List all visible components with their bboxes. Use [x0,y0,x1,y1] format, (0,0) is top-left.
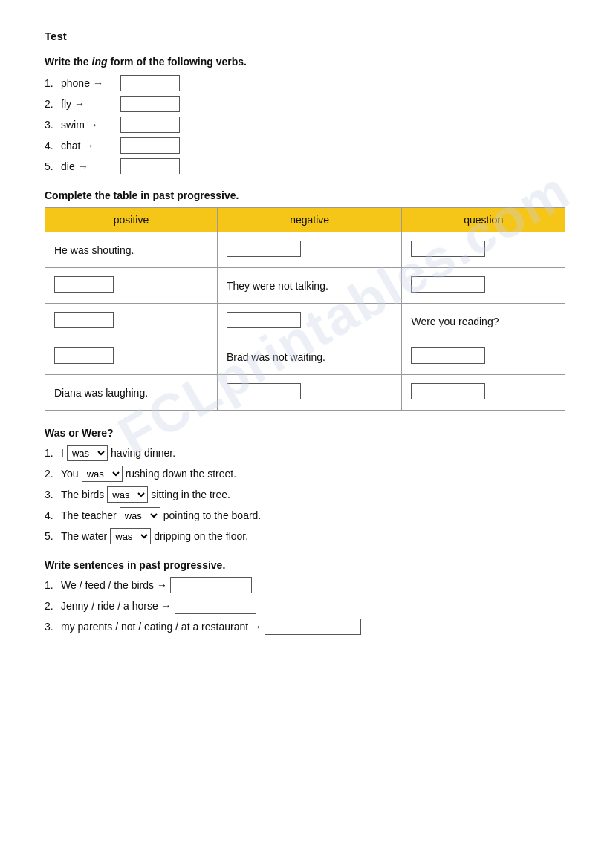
sentence-prompt: my parents / not / eating / at a restaur… [61,621,262,633]
item-num: 3. [45,119,61,131]
verb-label: chat → [61,140,120,151]
table-row: Diana was laughing. [45,375,565,411]
list-item: 5. The water was were dripping on the fl… [45,528,565,544]
sentence-prefix: I [61,447,64,459]
answer-input-1[interactable] [120,75,180,91]
cell-question [402,339,565,375]
table-row: Brad was not waiting. [45,339,565,375]
item-num: 5. [45,160,61,172]
section-past-progressive: Complete the table in past progressive. … [45,189,565,411]
cell-question [402,232,565,268]
table-input[interactable] [411,241,485,257]
table-input[interactable] [227,312,301,328]
list-item: 2. You was were rushing down the street. [45,466,565,482]
item-num: 1. [45,77,61,89]
list-item: 1. phone → [45,75,565,91]
sentence-prompt: We / feed / the birds → [61,579,167,591]
sentence-prompt: Jenny / ride / a horse → [61,600,172,612]
list-item: 1. We / feed / the birds → [45,577,565,593]
table-input[interactable] [411,383,485,399]
cell-negative: They were not talking. [217,268,402,304]
list-item: 1. I was were having dinner. [45,445,565,461]
sentence-suffix: pointing to the board. [163,509,262,521]
item-num: 4. [45,509,61,521]
sentence-suffix: sitting in the tree. [151,489,230,500]
section2-title: Complete the table in past progressive. [45,189,565,201]
was-were-dropdown-2[interactable]: was were [82,466,123,482]
item-num: 3. [45,621,61,633]
list-item: 3. The birds was were sitting in the tre… [45,486,565,503]
verb-label: die → [61,160,120,172]
header-negative: negative [217,208,402,232]
cell-negative [217,304,402,339]
item-num: 4. [45,140,61,151]
sentence-prefix: The water [61,530,107,542]
item-num: 3. [45,489,61,500]
table-input[interactable] [54,312,114,328]
item-num: 2. [45,468,61,480]
verb-label: swim → [61,119,120,131]
table-input[interactable] [54,347,114,364]
list-item: 3. my parents / not / eating / at a rest… [45,619,565,635]
section-write-sentences: Write sentences in past progressive. 1. … [45,559,565,635]
cell-negative [217,232,402,268]
sentence-suffix: rushing down the street. [126,468,236,480]
was-were-dropdown-1[interactable]: was were [67,445,108,461]
verb-label: fly → [61,98,120,110]
main-title: Test [45,30,565,42]
sentence-prefix: You [61,468,79,480]
sentence-prefix: The birds [61,489,104,500]
answer-input-4[interactable] [120,137,180,154]
sentence-answer-2[interactable] [175,598,256,614]
table-row: They were not talking. [45,268,565,304]
table-input[interactable] [227,241,301,257]
table-input[interactable] [411,347,485,364]
cell-positive [45,268,218,304]
ing-form-list: 1. phone → 2. fly → 3. swim → 4. chat → … [45,75,565,174]
answer-input-5[interactable] [120,158,180,174]
item-num: 1. [45,579,61,591]
sentence-suffix: having dinner. [111,447,175,459]
table-input[interactable] [54,276,114,293]
table-header-row: positive negative question [45,208,565,232]
item-num: 1. [45,447,61,459]
list-item: 2. Jenny / ride / a horse → [45,598,565,614]
list-item: 5. die → [45,158,565,174]
section1-instruction: Write the ing form of the following verb… [45,56,565,68]
sentences-list: 1. We / feed / the birds → 2. Jenny / ri… [45,577,565,635]
progressive-table: positive negative question He was shouti… [45,207,565,411]
list-item: 2. fly → [45,96,565,112]
cell-positive [45,304,218,339]
cell-positive: Diana was laughing. [45,375,218,411]
cell-question [402,375,565,411]
section4-title: Write sentences in past progressive. [45,559,565,571]
header-question: question [402,208,565,232]
verb-label: phone → [61,77,120,89]
list-item: 4. chat → [45,137,565,154]
sentence-prefix: The teacher [61,509,117,521]
table-row: Were you reading? [45,304,565,339]
item-num: 2. [45,98,61,110]
table-input[interactable] [411,276,485,293]
answer-input-2[interactable] [120,96,180,112]
was-were-list: 1. I was were having dinner. 2. You was … [45,445,565,544]
cell-negative: Brad was not waiting. [217,339,402,375]
sentence-suffix: dripping on the floor. [154,530,248,542]
cell-positive: He was shouting. [45,232,218,268]
sentence-answer-3[interactable] [265,619,361,635]
cell-positive [45,339,218,375]
cell-question: Were you reading? [402,304,565,339]
answer-input-3[interactable] [120,117,180,133]
was-were-dropdown-4[interactable]: was were [120,507,160,523]
list-item: 4. The teacher was were pointing to the … [45,507,565,523]
section-ing-form: Write the ing form of the following verb… [45,56,565,174]
table-input[interactable] [227,383,301,399]
item-num: 2. [45,600,61,612]
was-were-dropdown-3[interactable]: was were [107,486,148,503]
cell-question [402,268,565,304]
cell-negative [217,375,402,411]
section3-title: Was or Were? [45,427,565,439]
was-were-dropdown-5[interactable]: was were [110,528,151,544]
table-row: He was shouting. [45,232,565,268]
sentence-answer-1[interactable] [170,577,252,593]
